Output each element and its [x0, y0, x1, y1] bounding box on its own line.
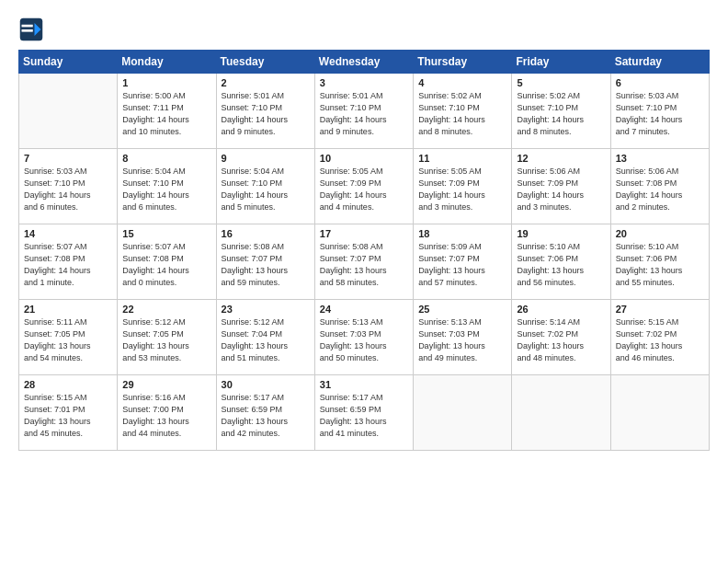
calendar-cell: 31Sunrise: 5:17 AM Sunset: 6:59 PM Dayli…	[314, 375, 413, 451]
day-number: 4	[418, 77, 506, 88]
calendar-cell: 19Sunrise: 5:10 AM Sunset: 7:06 PM Dayli…	[512, 224, 610, 300]
calendar-cell: 11Sunrise: 5:05 AM Sunset: 7:09 PM Dayli…	[414, 149, 512, 224]
day-number: 6	[616, 77, 704, 88]
calendar-cell: 22Sunrise: 5:12 AM Sunset: 7:05 PM Dayli…	[118, 300, 216, 375]
day-info: Sunrise: 5:06 AM Sunset: 7:08 PM Dayligh…	[616, 166, 704, 213]
day-number: 30	[222, 379, 310, 390]
day-number: 28	[24, 379, 112, 390]
calendar-cell: 15Sunrise: 5:07 AM Sunset: 7:08 PM Dayli…	[118, 224, 216, 300]
calendar-cell: 2Sunrise: 5:01 AM Sunset: 7:10 PM Daylig…	[216, 74, 314, 149]
day-number: 13	[616, 153, 704, 164]
day-info: Sunrise: 5:03 AM Sunset: 7:10 PM Dayligh…	[616, 90, 704, 138]
day-info: Sunrise: 5:10 AM Sunset: 7:06 PM Dayligh…	[616, 241, 704, 289]
day-info: Sunrise: 5:16 AM Sunset: 7:00 PM Dayligh…	[122, 392, 210, 440]
day-number: 5	[517, 77, 605, 88]
day-number: 24	[320, 304, 408, 315]
calendar-cell: 6Sunrise: 5:03 AM Sunset: 7:10 PM Daylig…	[610, 74, 709, 149]
day-info: Sunrise: 5:17 AM Sunset: 6:59 PM Dayligh…	[320, 392, 408, 440]
day-info: Sunrise: 5:12 AM Sunset: 7:05 PM Dayligh…	[122, 316, 210, 364]
day-info: Sunrise: 5:13 AM Sunset: 7:03 PM Dayligh…	[418, 316, 506, 364]
logo	[18, 17, 48, 42]
calendar-cell: 29Sunrise: 5:16 AM Sunset: 7:00 PM Dayli…	[118, 375, 216, 451]
day-number: 14	[24, 228, 112, 239]
day-info: Sunrise: 5:08 AM Sunset: 7:07 PM Dayligh…	[320, 241, 408, 289]
calendar-cell: 5Sunrise: 5:02 AM Sunset: 7:10 PM Daylig…	[512, 74, 610, 149]
day-number: 26	[517, 304, 605, 315]
calendar: SundayMondayTuesdayWednesdayThursdayFrid…	[18, 50, 710, 451]
day-info: Sunrise: 5:02 AM Sunset: 7:10 PM Dayligh…	[517, 90, 605, 138]
day-info: Sunrise: 5:07 AM Sunset: 7:08 PM Dayligh…	[24, 241, 112, 289]
day-info: Sunrise: 5:01 AM Sunset: 7:10 PM Dayligh…	[320, 90, 408, 138]
day-info: Sunrise: 5:05 AM Sunset: 7:09 PM Dayligh…	[418, 166, 506, 213]
calendar-cell: 16Sunrise: 5:08 AM Sunset: 7:07 PM Dayli…	[216, 224, 314, 300]
calendar-cell: 24Sunrise: 5:13 AM Sunset: 7:03 PM Dayli…	[314, 300, 413, 375]
day-info: Sunrise: 5:01 AM Sunset: 7:10 PM Dayligh…	[222, 90, 310, 138]
weekday-header-tuesday: Tuesday	[216, 51, 314, 74]
day-number: 9	[222, 153, 310, 164]
day-info: Sunrise: 5:10 AM Sunset: 7:06 PM Dayligh…	[517, 241, 605, 289]
day-info: Sunrise: 5:02 AM Sunset: 7:10 PM Dayligh…	[418, 90, 506, 138]
day-number: 22	[122, 304, 210, 315]
day-number: 21	[24, 304, 112, 315]
day-number: 11	[418, 153, 506, 164]
day-info: Sunrise: 5:07 AM Sunset: 7:08 PM Dayligh…	[122, 241, 210, 289]
calendar-cell: 10Sunrise: 5:05 AM Sunset: 7:09 PM Dayli…	[314, 149, 413, 224]
day-number: 17	[320, 228, 408, 239]
calendar-cell: 26Sunrise: 5:14 AM Sunset: 7:02 PM Dayli…	[512, 300, 610, 375]
calendar-cell: 7Sunrise: 5:03 AM Sunset: 7:10 PM Daylig…	[19, 149, 118, 224]
day-number: 16	[222, 228, 310, 239]
day-info: Sunrise: 5:00 AM Sunset: 7:11 PM Dayligh…	[122, 90, 210, 138]
day-number: 23	[222, 304, 310, 315]
calendar-cell	[512, 375, 610, 451]
calendar-cell: 14Sunrise: 5:07 AM Sunset: 7:08 PM Dayli…	[19, 224, 118, 300]
day-info: Sunrise: 5:15 AM Sunset: 7:01 PM Dayligh…	[24, 392, 112, 440]
day-number: 29	[122, 379, 210, 390]
day-number: 1	[122, 77, 210, 88]
day-number: 18	[418, 228, 506, 239]
calendar-cell: 17Sunrise: 5:08 AM Sunset: 7:07 PM Dayli…	[314, 224, 413, 300]
day-info: Sunrise: 5:05 AM Sunset: 7:09 PM Dayligh…	[320, 166, 408, 213]
calendar-cell: 12Sunrise: 5:06 AM Sunset: 7:09 PM Dayli…	[512, 149, 610, 224]
day-number: 25	[418, 304, 506, 315]
day-info: Sunrise: 5:09 AM Sunset: 7:07 PM Dayligh…	[418, 241, 506, 289]
calendar-cell: 3Sunrise: 5:01 AM Sunset: 7:10 PM Daylig…	[314, 74, 413, 149]
day-info: Sunrise: 5:08 AM Sunset: 7:07 PM Dayligh…	[222, 241, 310, 289]
weekday-header-thursday: Thursday	[414, 51, 512, 74]
calendar-cell: 30Sunrise: 5:17 AM Sunset: 6:59 PM Dayli…	[216, 375, 314, 451]
calendar-cell: 4Sunrise: 5:02 AM Sunset: 7:10 PM Daylig…	[414, 74, 512, 149]
weekday-header-saturday: Saturday	[610, 51, 709, 74]
day-number: 10	[320, 153, 408, 164]
day-info: Sunrise: 5:12 AM Sunset: 7:04 PM Dayligh…	[222, 316, 310, 364]
weekday-header-wednesday: Wednesday	[314, 51, 413, 74]
day-number: 3	[320, 77, 408, 88]
day-number: 19	[517, 228, 605, 239]
day-number: 20	[616, 228, 704, 239]
weekday-header-friday: Friday	[512, 51, 610, 74]
calendar-cell: 21Sunrise: 5:11 AM Sunset: 7:05 PM Dayli…	[19, 300, 118, 375]
day-info: Sunrise: 5:14 AM Sunset: 7:02 PM Dayligh…	[517, 316, 605, 364]
calendar-cell: 23Sunrise: 5:12 AM Sunset: 7:04 PM Dayli…	[216, 300, 314, 375]
day-info: Sunrise: 5:11 AM Sunset: 7:05 PM Dayligh…	[24, 316, 112, 364]
day-number: 12	[517, 153, 605, 164]
day-number: 8	[122, 153, 210, 164]
day-info: Sunrise: 5:04 AM Sunset: 7:10 PM Dayligh…	[222, 166, 310, 213]
calendar-cell	[414, 375, 512, 451]
day-number: 27	[616, 304, 704, 315]
day-number: 31	[320, 379, 408, 390]
day-info: Sunrise: 5:06 AM Sunset: 7:09 PM Dayligh…	[517, 166, 605, 213]
svg-rect-2	[22, 25, 33, 28]
page-header	[18, 17, 710, 42]
day-info: Sunrise: 5:17 AM Sunset: 6:59 PM Dayligh…	[222, 392, 310, 440]
weekday-header-monday: Monday	[118, 51, 216, 74]
calendar-cell: 28Sunrise: 5:15 AM Sunset: 7:01 PM Dayli…	[19, 375, 118, 451]
day-info: Sunrise: 5:04 AM Sunset: 7:10 PM Dayligh…	[122, 166, 210, 213]
calendar-cell: 25Sunrise: 5:13 AM Sunset: 7:03 PM Dayli…	[414, 300, 512, 375]
day-number: 2	[222, 77, 310, 88]
day-info: Sunrise: 5:15 AM Sunset: 7:02 PM Dayligh…	[616, 316, 704, 364]
day-number: 15	[122, 228, 210, 239]
calendar-cell: 1Sunrise: 5:00 AM Sunset: 7:11 PM Daylig…	[118, 74, 216, 149]
calendar-cell	[19, 74, 118, 149]
day-info: Sunrise: 5:13 AM Sunset: 7:03 PM Dayligh…	[320, 316, 408, 364]
calendar-cell: 20Sunrise: 5:10 AM Sunset: 7:06 PM Dayli…	[610, 224, 709, 300]
calendar-cell: 8Sunrise: 5:04 AM Sunset: 7:10 PM Daylig…	[118, 149, 216, 224]
